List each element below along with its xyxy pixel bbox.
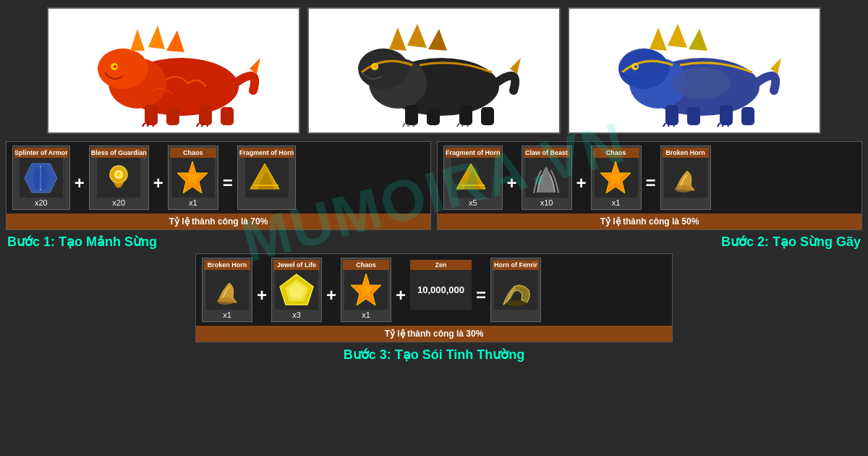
chaos-1-icon — [171, 158, 215, 198]
op-plus-1: + — [75, 173, 85, 193]
step2-title: Bước 2: Tạo Sừng Gãy — [721, 232, 861, 252]
jewel-qty: x3 — [292, 310, 301, 320]
svg-marker-3 — [130, 29, 145, 51]
item-bless: Bless of Guardian x20 — [89, 145, 149, 210]
chaos-3-icon — [344, 270, 388, 310]
claw-icon — [525, 158, 569, 198]
svg-point-57 — [217, 297, 234, 305]
step2-success: Tỷ lệ thành công là 50% — [438, 214, 861, 229]
svg-marker-32 — [689, 29, 707, 51]
svg-point-29 — [673, 67, 731, 99]
op-plus-6: + — [326, 285, 336, 305]
svg-rect-21 — [459, 105, 472, 125]
svg-point-24 — [374, 65, 377, 68]
svg-rect-35 — [720, 105, 733, 125]
svg-rect-8 — [199, 105, 212, 125]
fragment-2-icon — [451, 158, 495, 198]
svg-rect-36 — [741, 107, 754, 125]
step1-success: Tỷ lệ thành công là 70% — [7, 214, 430, 229]
chaos-1-qty: x1 — [189, 198, 197, 208]
svg-rect-22 — [481, 107, 494, 125]
step3-label-row: Bước 3: Tạo Sói Tinh Thường — [0, 342, 868, 367]
broken-horn-3-qty: x1 — [223, 310, 231, 320]
svg-marker-4 — [148, 25, 165, 49]
creature-section — [0, 0, 868, 141]
op-plus-5: + — [257, 285, 267, 305]
creature-blue — [568, 7, 821, 134]
step3-success: Tỷ lệ thành công là 30% — [196, 326, 672, 342]
svg-marker-18 — [428, 29, 447, 51]
item-broken-horn-3: Broken Horn x1 — [202, 258, 252, 322]
creature-red — [47, 7, 300, 134]
fragment-icon — [245, 158, 289, 198]
svg-marker-42 — [33, 167, 48, 189]
broken-horn-icon — [664, 158, 707, 198]
svg-rect-34 — [687, 107, 700, 125]
svg-marker-17 — [407, 24, 427, 48]
svg-rect-6 — [145, 105, 158, 125]
svg-rect-33 — [665, 105, 678, 125]
op-eq-2: = — [646, 173, 656, 193]
item-claw: Claw of Beast x10 — [522, 145, 572, 210]
step-labels-12: Bước 1: Tạo Mảnh Sừng Bước 2: Tạo Sừng G… — [0, 230, 868, 253]
chaos-2-qty: x1 — [612, 198, 621, 208]
svg-point-45 — [116, 172, 121, 177]
svg-marker-31 — [668, 24, 687, 48]
op-eq-1: = — [223, 173, 233, 193]
chaos-2-icon — [595, 158, 638, 198]
claw-qty: x10 — [540, 198, 553, 208]
step1-items: Splinter of Armor x20 + Bless of Guardia… — [7, 142, 430, 214]
step2-items: Fragment of Horn x5 + Claw of Beast — [438, 142, 861, 214]
step3-title: Bước 3: Tạo Sói Tinh Thường — [0, 345, 868, 365]
svg-rect-20 — [427, 107, 440, 125]
bless-icon — [97, 158, 140, 198]
splinter-qty: x20 — [35, 198, 48, 208]
broken-horn-3-icon — [205, 270, 249, 310]
result-horn-fenrir: Horn of Fenrir x1 — [490, 258, 541, 322]
craft-rows: Splinter of Armor x20 + Bless of Guardia… — [0, 141, 868, 230]
svg-marker-30 — [650, 28, 667, 51]
result-broken-horn: Broken Horn x1 — [660, 145, 711, 210]
op-plus-7: + — [396, 285, 406, 305]
bless-qty: x20 — [112, 198, 125, 208]
jewel-icon — [275, 270, 318, 310]
item-chaos-1: Chaos x1 — [168, 145, 218, 210]
step1-title: Bước 1: Tạo Mảnh Sừng — [7, 232, 157, 252]
svg-point-63 — [506, 300, 527, 306]
item-chaos-2: Chaos x1 — [591, 145, 642, 210]
svg-rect-9 — [221, 107, 234, 125]
item-jewel: Jewel of Life x3 — [271, 258, 322, 322]
creature-black — [307, 7, 561, 134]
op-eq-3: = — [476, 285, 486, 305]
zen-amount: 10,000,000 — [417, 284, 464, 295]
svg-rect-7 — [166, 107, 179, 125]
op-plus-3: + — [507, 173, 517, 193]
step3-items: Broken Horn x1 + Jewel of Life — [196, 254, 672, 326]
fragment-2-qty: x5 — [469, 198, 477, 208]
svg-rect-19 — [405, 105, 418, 125]
step3-container: Broken Horn x1 + Jewel of Life — [0, 253, 868, 342]
svg-point-38 — [634, 65, 637, 68]
svg-point-56 — [675, 185, 692, 193]
item-chaos-3: Chaos x1 — [341, 258, 391, 322]
svg-marker-16 — [389, 28, 407, 51]
splinter-icon — [20, 158, 63, 198]
horn-fenrir-icon — [494, 270, 537, 310]
step1-panel: Splinter of Armor x20 + Bless of Guardia… — [6, 141, 431, 230]
op-plus-4: + — [576, 173, 587, 193]
step2-panel: Fragment of Horn x5 + Claw of Beast — [437, 141, 862, 230]
chaos-3-qty: x1 — [362, 310, 370, 320]
op-plus-2: + — [153, 173, 163, 193]
svg-point-11 — [114, 65, 116, 68]
step3-panel: Broken Horn x1 + Jewel of Life — [195, 253, 673, 342]
result-fragment-1: Fragment of Horn x1 — [237, 145, 297, 210]
item-zen: Zen 10,000,000 x1 — [410, 260, 472, 320]
svg-marker-5 — [166, 30, 184, 52]
svg-point-2 — [98, 48, 148, 89]
item-splinter: Splinter of Armor x20 — [12, 145, 70, 210]
item-fragment-2: Fragment of Horn x5 — [443, 145, 503, 210]
